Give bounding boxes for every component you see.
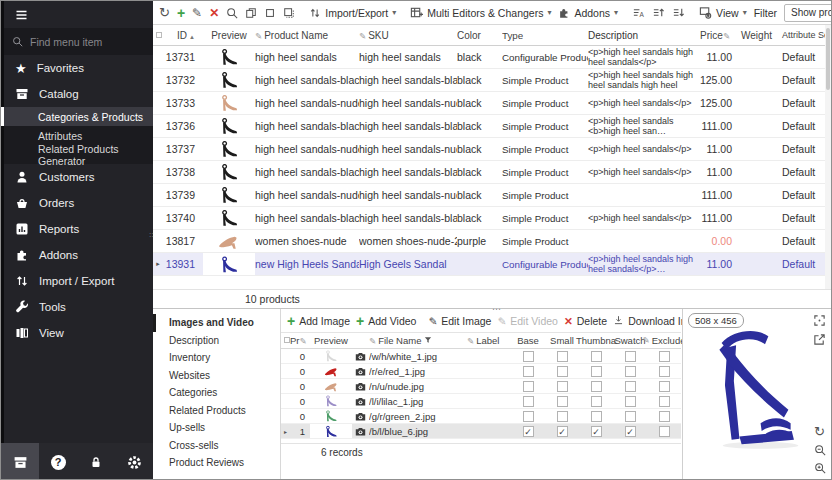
- column-header-thumbnail[interactable]: Thumbna: [579, 335, 613, 346]
- column-header-small[interactable]: Small: [545, 335, 579, 346]
- product-row[interactable]: 13733 high heel sandals-nudehigh heel sa…: [153, 92, 825, 115]
- thumbnail-checkbox[interactable]: [591, 396, 602, 407]
- tab-related-products[interactable]: Related Products: [153, 402, 280, 420]
- column-header-file-name[interactable]: ✎File Name: [369, 335, 467, 346]
- sidebar-item-view[interactable]: View: [4, 320, 153, 346]
- swatch-checkbox[interactable]: [625, 351, 636, 362]
- select-all-icon[interactable]: [156, 32, 162, 38]
- image-row[interactable]: 0 /r/e/red_1.jpg: [281, 364, 681, 379]
- column-header-attribute-set[interactable]: Attribute Set Name: [772, 30, 825, 40]
- tab-cross-sells[interactable]: Cross-sells: [153, 437, 280, 455]
- image-row[interactable]: 0 /l/i/lilac_1.jpg: [281, 394, 681, 409]
- refresh-button[interactable]: ↻: [159, 5, 170, 21]
- sidebar-item-customers[interactable]: Customers: [4, 164, 153, 190]
- addons-menu[interactable]: Addons▾: [558, 7, 618, 19]
- base-checkbox[interactable]: ✓: [523, 426, 534, 437]
- column-header-preview[interactable]: Preview: [310, 333, 352, 348]
- sidebar-item-import-export[interactable]: Import / Export: [4, 268, 153, 294]
- sidebar-item-orders[interactable]: Orders: [4, 190, 153, 216]
- swatch-checkbox[interactable]: [625, 411, 636, 422]
- zoom-in-button[interactable]: [812, 460, 827, 475]
- exclude-checkbox[interactable]: [659, 411, 670, 422]
- zoom-out-button[interactable]: [812, 442, 827, 457]
- import-export-menu[interactable]: Import/Export▾: [309, 7, 396, 19]
- tab-categories[interactable]: Categories: [153, 384, 280, 402]
- select-button[interactable]: [264, 5, 276, 21]
- column-header-label[interactable]: ✎Label: [467, 335, 511, 346]
- scrollbar-thumb[interactable]: [826, 28, 830, 90]
- tab-websites[interactable]: Websites: [153, 367, 280, 385]
- add-video-button[interactable]: +Add Video: [356, 313, 416, 329]
- exclude-checkbox[interactable]: [659, 381, 670, 392]
- product-row[interactable]: 13738 high heel sandals-black-37high hee…: [153, 161, 825, 184]
- sidebar-item-related-products-generator[interactable]: Related Products Generator: [4, 145, 153, 164]
- product-row[interactable]: 13817 women shoes-nudewomen shoes-nude-2…: [153, 230, 825, 253]
- search-button[interactable]: [226, 5, 238, 21]
- menu-search-input[interactable]: [30, 36, 130, 48]
- tab-inventory[interactable]: Inventory: [153, 349, 280, 367]
- column-header-sku[interactable]: ✎SKU: [359, 30, 457, 41]
- tab-description[interactable]: Description: [153, 332, 280, 350]
- help-button[interactable]: ?: [39, 443, 77, 480]
- product-row[interactable]: 13740 high heel sandals-black-38high hee…: [153, 207, 825, 230]
- product-row[interactable]: 13736 high heel sandals-black-36high hee…: [153, 115, 825, 138]
- multi-editors-menu[interactable]: Multi Editors & Changers▾: [410, 6, 551, 19]
- small-checkbox[interactable]: [557, 411, 568, 422]
- image-row[interactable]: 0 /w/h/white_1.jpg: [281, 349, 681, 364]
- product-row[interactable]: 13732 high heel sandals-blackhigh heel s…: [153, 69, 825, 92]
- column-header-price[interactable]: Price✎: [694, 30, 732, 41]
- lock-button[interactable]: [77, 443, 115, 480]
- base-checkbox[interactable]: [523, 351, 534, 362]
- tab-up-sells[interactable]: Up-sells: [153, 419, 280, 437]
- edit-video-button[interactable]: ✎Edit Video: [497, 315, 558, 327]
- edit-image-button[interactable]: ✎Edit Image: [428, 315, 491, 327]
- thumbnail-checkbox[interactable]: [591, 381, 602, 392]
- swatch-checkbox[interactable]: [625, 381, 636, 392]
- column-header-base[interactable]: Base: [511, 335, 545, 346]
- paste-special-button[interactable]: [283, 5, 295, 21]
- column-header-id[interactable]: ID▲: [163, 30, 203, 41]
- exclude-checkbox[interactable]: [659, 396, 670, 407]
- exclude-checkbox[interactable]: [659, 426, 670, 437]
- add-product-button[interactable]: +: [177, 5, 185, 21]
- rename-attributes-button[interactable]: A: [632, 5, 645, 21]
- base-checkbox[interactable]: [523, 366, 534, 377]
- product-row[interactable]: 13737 high heel sandals-nude-36high heel…: [153, 138, 825, 161]
- hamburger-menu-button[interactable]: [4, 1, 153, 28]
- product-row-selected[interactable]: ▸13931 new High Heels SandalsHigh Geels …: [153, 253, 825, 276]
- image-row[interactable]: 0 /g/r/green_2.jpg: [281, 409, 681, 424]
- panel-splitter-handle[interactable]: ::: [149, 233, 153, 237]
- small-checkbox[interactable]: [557, 396, 568, 407]
- column-header-pr[interactable]: Pr✎: [290, 335, 310, 346]
- tab-images-and-video[interactable]: Images and Video: [153, 314, 280, 332]
- sidebar-item-catalog[interactable]: Catalog: [4, 81, 153, 107]
- small-checkbox[interactable]: [557, 351, 568, 362]
- thumbnail-checkbox[interactable]: ✓: [591, 426, 602, 437]
- copy-button[interactable]: [245, 5, 257, 21]
- small-checkbox[interactable]: [557, 381, 568, 392]
- column-header-product-name[interactable]: ✎Product Name: [255, 30, 359, 41]
- base-checkbox[interactable]: [523, 411, 534, 422]
- product-row[interactable]: 13731 high heel sandalshigh heel sandals…: [153, 46, 825, 69]
- tab-product-reviews[interactable]: Product Reviews: [153, 454, 280, 472]
- base-checkbox[interactable]: [523, 396, 534, 407]
- sidebar-item-tools[interactable]: Tools: [4, 294, 153, 320]
- sidebar-item-addons[interactable]: Addons: [4, 242, 153, 268]
- sidebar-item-favorites[interactable]: ★ Favorites: [4, 55, 153, 81]
- swatch-checkbox[interactable]: [625, 396, 636, 407]
- sort-ascending-button[interactable]: [652, 5, 665, 21]
- thumbnail-checkbox[interactable]: [591, 411, 602, 422]
- edit-product-button[interactable]: ✎: [192, 5, 202, 21]
- view-menu[interactable]: View▾: [699, 6, 747, 19]
- swatch-checkbox[interactable]: ✓: [625, 426, 636, 437]
- small-checkbox[interactable]: ✓: [557, 426, 568, 437]
- thumbnail-checkbox[interactable]: [591, 366, 602, 377]
- rotate-button[interactable]: ↻: [812, 424, 827, 439]
- column-header-type[interactable]: Type: [502, 30, 588, 41]
- settings-button[interactable]: [115, 443, 153, 480]
- product-row[interactable]: 13739 high heel sandals-nude-37high heel…: [153, 184, 825, 207]
- image-row-selected[interactable]: ▸1 /b/l/blue_6.jpg ✓ ✓ ✓ ✓: [281, 424, 681, 439]
- column-header-color[interactable]: Color: [457, 30, 502, 41]
- sort-descending-button[interactable]: [672, 5, 685, 21]
- small-checkbox[interactable]: [557, 366, 568, 377]
